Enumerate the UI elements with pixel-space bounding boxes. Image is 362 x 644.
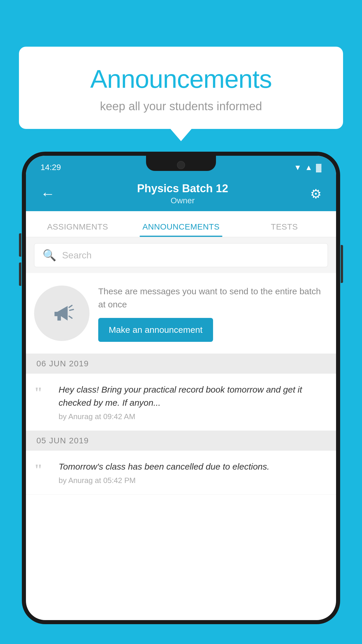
search-icon: 🔍 — [43, 249, 56, 262]
status-icons: ▼ ▲ ▓ — [294, 163, 321, 172]
announcement-content-2: Tomorrow's class has been cancelled due … — [59, 460, 328, 485]
announcement-cta-section: These are messages you want to send to t… — [26, 273, 336, 354]
announcement-text-2: Tomorrow's class has been cancelled due … — [59, 460, 328, 473]
quote-icon-1: " — [34, 383, 52, 400]
volume-down-button — [19, 262, 21, 286]
tab-assignments[interactable]: ASSIGNMENTS — [26, 222, 129, 237]
announcement-megaphone-icon — [34, 286, 89, 341]
volume-up-button — [19, 233, 21, 257]
page-subtitle: keep all your students informed — [31, 100, 331, 113]
app-bar: ← Physics Batch 12 Owner ⚙ — [26, 176, 336, 211]
speech-bubble-card: Announcements keep all your students inf… — [19, 47, 343, 129]
tab-announcements[interactable]: ANNOUNCEMENTS — [129, 222, 233, 237]
status-time: 14:29 — [41, 163, 61, 172]
announcement-cta-description: These are messages you want to send to t… — [98, 285, 328, 311]
tab-tests[interactable]: TESTS — [233, 222, 336, 237]
phone-mockup: 14:29 ▼ ▲ ▓ ← Physics Batch 12 Owner ⚙ — [22, 152, 340, 644]
wifi-icon: ▼ — [294, 163, 302, 172]
phone-outer: 14:29 ▼ ▲ ▓ ← Physics Batch 12 Owner ⚙ — [22, 152, 340, 624]
svg-line-2 — [69, 316, 72, 318]
page-title: Announcements — [31, 64, 331, 94]
power-button — [341, 245, 343, 283]
battery-icon: ▓ — [316, 163, 321, 172]
phone-screen: 14:29 ▼ ▲ ▓ ← Physics Batch 12 Owner ⚙ — [26, 156, 336, 620]
back-button[interactable]: ← — [38, 183, 58, 204]
tab-bar: ASSIGNMENTS ANNOUNCEMENTS TESTS — [26, 211, 336, 237]
search-bar[interactable]: 🔍 Search — [34, 243, 328, 267]
signal-icon: ▲ — [305, 163, 312, 172]
batch-role: Owner — [58, 196, 307, 205]
front-camera — [177, 161, 185, 169]
svg-line-0 — [69, 305, 72, 307]
app-bar-title-container: Physics Batch 12 Owner — [58, 182, 307, 205]
announcement-meta-2: by Anurag at 05:42 PM — [59, 476, 328, 485]
svg-line-1 — [70, 309, 73, 310]
announcement-item-2[interactable]: " Tomorrow's class has been cancelled du… — [26, 451, 336, 495]
announcement-item-1[interactable]: " Hey class! Bring your practical record… — [26, 374, 336, 431]
announcement-meta-1: by Anurag at 09:42 AM — [59, 412, 328, 421]
make-announcement-button[interactable]: Make an announcement — [98, 318, 213, 342]
announcement-content-1: Hey class! Bring your practical record b… — [59, 383, 328, 421]
search-placeholder: Search — [62, 250, 92, 261]
date-separator-2: 05 JUN 2019 — [26, 431, 336, 451]
announcement-cta-right: These are messages you want to send to t… — [98, 285, 328, 342]
speech-bubble: Announcements keep all your students inf… — [19, 47, 343, 129]
settings-icon[interactable]: ⚙ — [307, 183, 324, 204]
phone-notch — [146, 156, 216, 171]
batch-title: Physics Batch 12 — [58, 182, 307, 195]
quote-icon-2: " — [34, 460, 52, 477]
search-container: 🔍 Search — [26, 237, 336, 273]
announcement-text-1: Hey class! Bring your practical record b… — [59, 383, 328, 409]
date-separator-1: 06 JUN 2019 — [26, 354, 336, 374]
